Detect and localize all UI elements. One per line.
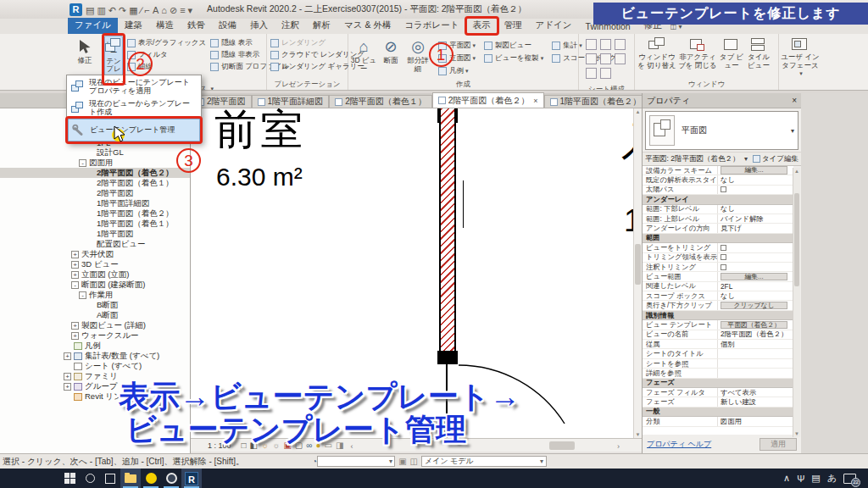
tray-expand-icon[interactable]: ∧ — [783, 473, 790, 484]
browser-item-ウォークスルー[interactable]: +ウォークスルー — [0, 330, 190, 341]
browser-item-3D ビュー[interactable]: +3D ビュー — [0, 259, 190, 269]
browser-item-1階平面図（着色１）[interactable]: 1階平面図（着色１） — [0, 219, 190, 229]
property-value[interactable]: 2階平面図（着色２） — [717, 330, 793, 339]
property-button[interactable]: 平面図（着色２） — [721, 321, 787, 330]
tree-expander-icon[interactable]: + — [71, 251, 79, 258]
browser-item-1階平面詳細図[interactable]: 1階平面詳細図 — [0, 198, 190, 208]
tree-expander-icon[interactable]: + — [64, 373, 71, 380]
create-panel-label[interactable]: 作成 — [348, 79, 578, 90]
usb-tray-icon[interactable]: Ψ — [797, 474, 804, 484]
property-checkbox[interactable] — [721, 186, 726, 192]
window-button-非アクティブを 閉じる[interactable]: 非アクティブを 閉じる — [677, 36, 718, 70]
property-value[interactable]: 編集... — [717, 166, 793, 175]
tree-expander-icon[interactable]: + — [71, 332, 79, 340]
element-selector-dropdown-icon[interactable]: ▾ — [744, 155, 748, 163]
property-value[interactable]: クリップなし — [717, 301, 793, 309]
properties-scrollbar[interactable]: ▲ ▼ — [793, 168, 800, 437]
browser-item-設計GL[interactable]: 設計GL — [0, 147, 190, 158]
browser-item-A断面[interactable]: A断面 — [0, 310, 190, 320]
3d-view-icon[interactable]: ⌂ — [161, 5, 167, 15]
property-button[interactable]: クリップなし — [721, 302, 787, 310]
revision-icon[interactable] — [586, 53, 597, 64]
browser-item-断面図 (建築断面)[interactable]: -断面図 (建築断面) — [0, 280, 190, 290]
property-value[interactable] — [717, 369, 793, 377]
modify-button[interactable]: 修正 — [70, 36, 100, 65]
tree-expander-icon[interactable]: - — [79, 291, 86, 299]
tab-表示[interactable]: 表示 — [466, 18, 498, 34]
view-tab-close-icon[interactable]: × — [533, 97, 537, 105]
create-button-部分詳細[interactable]: ◎部分詳細 — [404, 36, 431, 74]
create-button-3D ビュー[interactable]: ⌂3D ビュー — [350, 36, 377, 74]
tree-expander-icon[interactable]: + — [64, 352, 71, 360]
sheet-panel-label[interactable]: シート構成 — [579, 84, 634, 90]
tab-ファイル[interactable]: ファイル — [68, 18, 118, 34]
property-value[interactable]: なし — [717, 205, 793, 214]
property-value[interactable]: なし — [717, 291, 793, 300]
property-value[interactable]: バインド解除 — [717, 214, 793, 223]
property-value[interactable] — [717, 263, 793, 271]
tree-expander-icon[interactable]: + — [64, 383, 71, 391]
property-checkbox[interactable] — [721, 254, 726, 260]
browser-item-図面用[interactable]: -図面用 — [0, 158, 190, 168]
properties-help-link[interactable]: プロパティ ヘルプ — [647, 439, 711, 450]
tab-window-icon[interactable]: ◫ — [410, 457, 418, 466]
save-icon[interactable]: ▥ — [97, 5, 105, 15]
browser-item-1階平面図[interactable]: 1階平面図 — [0, 229, 190, 239]
property-value[interactable]: 見下げ — [717, 224, 793, 232]
property-group-範囲[interactable]: 範囲 — [643, 234, 793, 243]
yellow-app-icon[interactable] — [141, 469, 161, 488]
print-icon[interactable]: ▦ — [129, 5, 137, 15]
property-value[interactable]: 編集... — [717, 272, 793, 280]
tab-構造[interactable]: 構造 — [149, 18, 181, 34]
property-group-アンダーレイ[interactable]: アンダーレイ — [643, 195, 793, 204]
view-tab-2階平面図（着色２）[interactable]: 2階平面図（着色２）× — [432, 92, 544, 108]
tab-コラボレート[interactable]: コラボレート — [398, 18, 465, 34]
browser-item-作業用[interactable]: -作業用 — [0, 290, 190, 300]
notification-icon[interactable]: 22 — [843, 474, 856, 484]
create-item-製図ビュー[interactable]: 製図ビュー — [484, 39, 543, 52]
properties-close-icon[interactable]: × — [792, 96, 797, 105]
view-tab-2階平面図（着色１）[interactable]: 2階平面図（着色１） — [329, 95, 432, 108]
text-icon[interactable]: A — [153, 5, 159, 15]
window-panel-label[interactable]: ウィンドウ — [635, 79, 778, 90]
measure-icon[interactable]: ∕ — [141, 5, 142, 15]
browser-item-天井伏図[interactable]: +天井伏図 — [0, 249, 190, 259]
tab-アドイン[interactable]: アドイン — [529, 18, 579, 34]
property-checkbox[interactable] — [721, 264, 726, 270]
property-checkbox[interactable] — [721, 245, 726, 251]
property-group-フェーズ[interactable]: フェーズ — [643, 379, 793, 388]
worksets-combo[interactable]: ▾ — [317, 456, 395, 467]
create-button-断面[interactable]: ⊘断面 — [377, 36, 404, 74]
sheet-icon[interactable] — [586, 39, 597, 50]
window-button-タイル ビュー[interactable]: タイル ビュー — [745, 36, 772, 70]
property-value[interactable]: なし — [717, 175, 793, 184]
browser-item-凡例[interactable]: 凡例 — [0, 341, 190, 351]
user-interface-button[interactable]: ユーザ インタフェース▾ — [781, 36, 820, 77]
tab-建築[interactable]: 建築 — [118, 18, 149, 34]
property-value[interactable]: 図面用 — [717, 417, 793, 425]
browser-item-製図ビュー (詳細)[interactable]: +製図ビュー (詳細) — [0, 320, 190, 330]
property-value[interactable]: 平面図（着色２） — [717, 320, 793, 329]
window-button-タブ ビュー[interactable]: タブ ビュー — [718, 36, 745, 70]
placeholder-icon[interactable] — [615, 39, 626, 50]
tab-挿入[interactable]: 挿入 — [243, 18, 275, 34]
browser-item-B断面[interactable]: B断面 — [0, 300, 190, 310]
ribbon-button-表示/グラフィックス[interactable]: 表示/グラフィックス — [127, 37, 206, 49]
property-value[interactable] — [717, 359, 793, 368]
tab-鉄骨[interactable]: 鉄骨 — [181, 18, 212, 34]
property-value[interactable]: すべて表示 — [717, 388, 793, 396]
tree-expander-icon[interactable]: + — [71, 261, 79, 269]
property-value[interactable] — [717, 243, 793, 252]
tree-expander-icon[interactable]: + — [71, 271, 79, 279]
tab-設備[interactable]: 設備 — [212, 18, 243, 34]
guide-grid-icon[interactable] — [600, 53, 611, 64]
view-ref-icon[interactable] — [586, 68, 597, 79]
property-group-識別情報[interactable]: 識別情報 — [643, 311, 793, 320]
touch-keyboard-icon[interactable]: ▤ — [811, 473, 820, 484]
thin-lines-icon[interactable]: ≡ — [180, 5, 185, 15]
browser-item-立面図 (立面)[interactable]: +立面図 (立面) — [0, 269, 190, 280]
section-icon[interactable]: ⊘ — [170, 5, 177, 15]
edit-type-button[interactable]: タイプ編集 — [762, 154, 798, 164]
menu-item-現在のビューからテンプレート作成[interactable]: 現在のビューからテンプレート作成 — [68, 97, 200, 119]
tree-expander-icon[interactable]: + — [71, 322, 79, 330]
